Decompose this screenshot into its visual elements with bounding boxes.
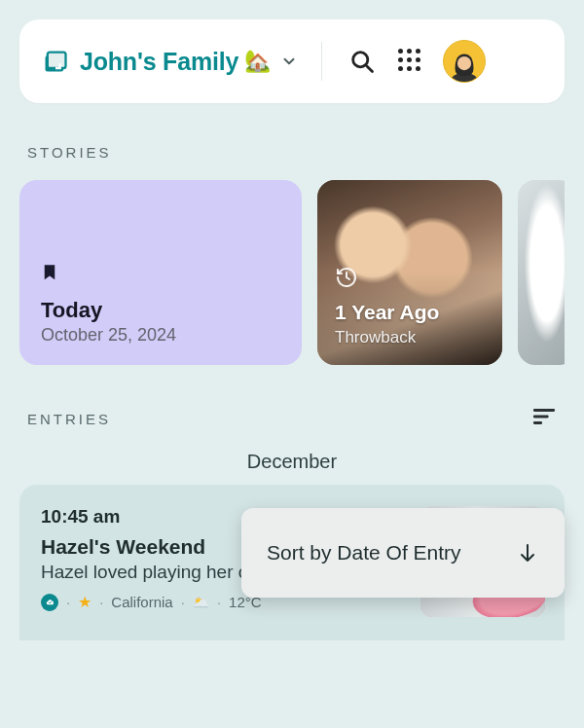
- story-title: 1 Year Ago: [335, 301, 439, 324]
- svg-rect-1: [48, 53, 66, 68]
- story-card-more[interactable]: [518, 180, 565, 365]
- story-subtitle: Throwback: [335, 328, 416, 347]
- chevron-down-icon: [280, 53, 298, 70]
- cloud-synced-icon: [41, 594, 58, 611]
- header-divider: [321, 42, 322, 81]
- story-card-today[interactable]: Today October 25, 2024: [19, 180, 302, 365]
- story-photo: [518, 180, 565, 365]
- entries-date-label: December: [19, 451, 565, 473]
- story-title: Today: [41, 298, 280, 323]
- meta-separator: ·: [217, 594, 221, 610]
- story-date: October 25, 2024: [41, 325, 280, 346]
- history-icon: [335, 266, 358, 293]
- entries-section-label: ENTRIES: [27, 411, 111, 427]
- entries-heading: ENTRIES: [27, 404, 557, 433]
- journal-icon: [41, 47, 70, 76]
- svg-point-5: [457, 56, 471, 70]
- stories-section-label: STORIES: [27, 144, 565, 161]
- bookmark-icon: [41, 261, 280, 286]
- star-icon: ★: [78, 593, 91, 611]
- arrow-down-icon: [516, 541, 539, 564]
- sort-popover-label: Sort by Date Of Entry: [267, 541, 461, 564]
- sort-button[interactable]: [531, 404, 557, 433]
- profile-avatar[interactable]: [443, 40, 486, 83]
- sort-popover[interactable]: Sort by Date Of Entry: [241, 508, 565, 598]
- house-emoji-icon: 🏡: [244, 49, 271, 74]
- search-button[interactable]: [344, 43, 381, 80]
- header-bar: John's Family 🏡: [19, 19, 565, 103]
- meta-separator: ·: [66, 594, 70, 610]
- apps-grid-button[interactable]: [398, 49, 423, 74]
- weather-icon: 🌥️: [193, 595, 209, 610]
- stories-row: Today October 25, 2024 1 Year Ago Throwb…: [19, 180, 565, 365]
- journal-title: John's Family: [80, 48, 238, 76]
- story-card-throwback[interactable]: 1 Year Ago Throwback: [317, 180, 502, 365]
- entry-location: California: [111, 594, 172, 610]
- svg-point-3: [353, 53, 368, 67]
- meta-separator: ·: [181, 594, 185, 610]
- journal-selector[interactable]: John's Family 🏡: [80, 48, 298, 76]
- meta-separator: ·: [99, 594, 103, 610]
